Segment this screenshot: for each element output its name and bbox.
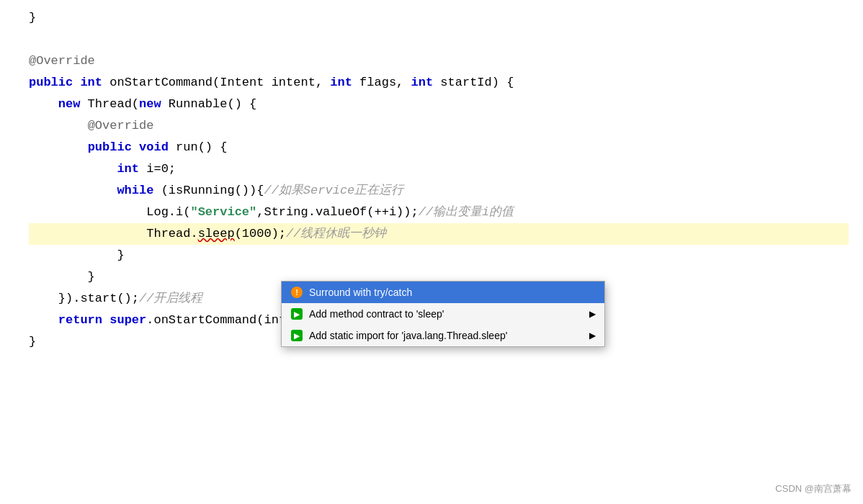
fix-icon-2: ▶ [290, 329, 303, 342]
dropdown-item-1[interactable]: ! Surround with try/catch [282, 282, 604, 303]
sleep-call: sleep [198, 223, 235, 245]
code-line-7: public void run() { [29, 137, 849, 158]
dropdown-item-2[interactable]: ▶ Add method contract to 'sleep' ▶ [282, 303, 604, 325]
code-text [29, 29, 36, 50]
dropdown-item-1-label: Surround with try/catch [309, 287, 412, 298]
annotation-override: @Override [29, 50, 95, 72]
code-line-4: public int onStartCommand(Intent intent,… [29, 72, 849, 94]
dropdown-item-3[interactable]: ▶ Add static import for 'java.lang.Threa… [282, 325, 604, 346]
code-line-11: Thread.sleep(1000); //线程休眠一秒钟 [29, 223, 849, 245]
autocomplete-dropdown[interactable]: ! Surround with try/catch ▶ Add method c… [281, 281, 605, 347]
code-line-9: while (isRunning()){ //如果Service正在运行 [29, 180, 849, 202]
code-line-10: Log.i( "Service" ,String.valueOf(++i)); … [29, 202, 849, 223]
code-line-3: @Override [29, 50, 849, 72]
dropdown-item-2-label: Add method contract to 'sleep' [309, 308, 444, 320]
kw-int3: int [411, 72, 434, 94]
watermark: CSDN @南宫萧幕 [775, 482, 851, 495]
kw-int: int [80, 72, 102, 94]
fix-icon-1: ▶ [290, 307, 303, 320]
dropdown-item-3-label: Add static import for 'java.lang.Thread.… [309, 330, 507, 341]
comment-2: //输出变量i的值 [419, 202, 514, 223]
code-editor: } @Override public int onStartCommand(In… [0, 0, 863, 504]
string-service: "Service" [190, 202, 256, 223]
kw-int4: int [117, 158, 139, 180]
warning-icon: ! [290, 286, 303, 299]
code-line-2 [29, 29, 849, 50]
code-text: } [29, 7, 36, 29]
kw-public: public [29, 72, 73, 94]
code-line-8: int i=0; [29, 158, 849, 180]
watermark-text: CSDN @南宫萧幕 [775, 483, 851, 494]
code-line-5: new Thread( new Runnable() { [29, 94, 849, 115]
comment-3: //线程休眠一秒钟 [286, 223, 386, 245]
kw-public2: public [88, 137, 132, 158]
kw-void: void [139, 137, 169, 158]
kw-while: while [117, 180, 153, 202]
kw-new1: new [58, 94, 81, 115]
kw-return: return [58, 310, 102, 331]
kw-new2: new [139, 94, 161, 115]
annotation-override2: @Override [88, 115, 154, 137]
comment-1: //如果Service正在运行 [264, 180, 403, 202]
kw-super: super [109, 310, 146, 331]
code-line-6: @Override [29, 115, 849, 137]
arrow-icon-2: ▶ [589, 330, 596, 341]
comment-4: //开启线程 [139, 288, 202, 310]
kw-int2: int [330, 72, 352, 94]
arrow-icon-1: ▶ [589, 309, 596, 319]
code-line-1: } [29, 7, 849, 29]
code-line-12: } [29, 245, 849, 266]
